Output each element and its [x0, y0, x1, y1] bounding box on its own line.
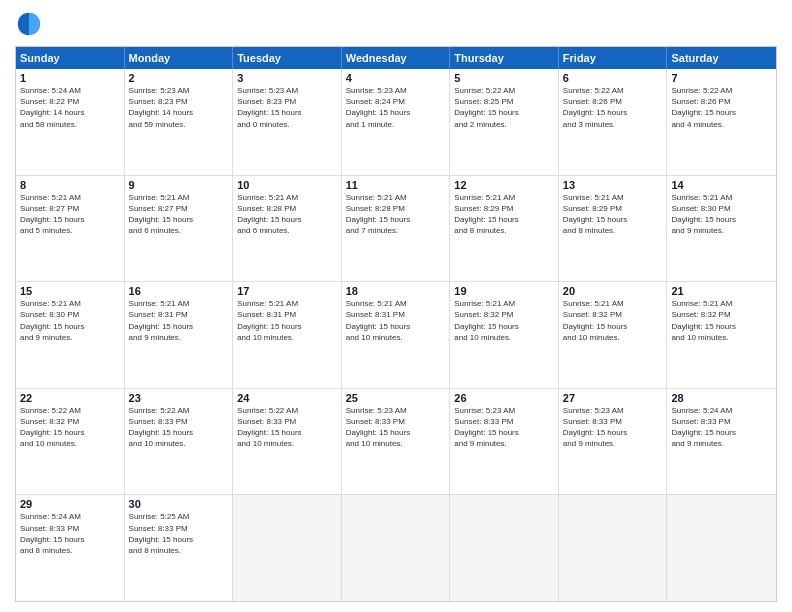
day-info: Sunrise: 5:23 AM Sunset: 8:33 PM Dayligh… — [563, 405, 663, 450]
day-info: Sunrise: 5:21 AM Sunset: 8:29 PM Dayligh… — [563, 192, 663, 237]
calendar-cell-8: 8Sunrise: 5:21 AM Sunset: 8:27 PM Daylig… — [16, 176, 125, 282]
day-number: 1 — [20, 72, 120, 84]
calendar-cell-18: 18Sunrise: 5:21 AM Sunset: 8:31 PM Dayli… — [342, 282, 451, 388]
page-header — [15, 10, 777, 38]
day-info: Sunrise: 5:21 AM Sunset: 8:31 PM Dayligh… — [129, 298, 229, 343]
calendar-cell-21: 21Sunrise: 5:21 AM Sunset: 8:32 PM Dayli… — [667, 282, 776, 388]
day-info: Sunrise: 5:23 AM Sunset: 8:23 PM Dayligh… — [129, 85, 229, 130]
day-info: Sunrise: 5:22 AM Sunset: 8:33 PM Dayligh… — [237, 405, 337, 450]
calendar-cell-5: 5Sunrise: 5:22 AM Sunset: 8:25 PM Daylig… — [450, 69, 559, 175]
day-number: 5 — [454, 72, 554, 84]
day-info: Sunrise: 5:24 AM Sunset: 8:22 PM Dayligh… — [20, 85, 120, 130]
calendar-cell-11: 11Sunrise: 5:21 AM Sunset: 8:28 PM Dayli… — [342, 176, 451, 282]
day-number: 19 — [454, 285, 554, 297]
day-info: Sunrise: 5:21 AM Sunset: 8:29 PM Dayligh… — [454, 192, 554, 237]
header-day-thursday: Thursday — [450, 47, 559, 69]
calendar-cell-24: 24Sunrise: 5:22 AM Sunset: 8:33 PM Dayli… — [233, 389, 342, 495]
day-info: Sunrise: 5:21 AM Sunset: 8:31 PM Dayligh… — [237, 298, 337, 343]
calendar-cell-4: 4Sunrise: 5:23 AM Sunset: 8:24 PM Daylig… — [342, 69, 451, 175]
calendar-header: SundayMondayTuesdayWednesdayThursdayFrid… — [16, 47, 776, 69]
header-day-monday: Monday — [125, 47, 234, 69]
day-number: 28 — [671, 392, 772, 404]
day-number: 3 — [237, 72, 337, 84]
day-info: Sunrise: 5:21 AM Sunset: 8:32 PM Dayligh… — [454, 298, 554, 343]
logo — [15, 10, 47, 38]
day-info: Sunrise: 5:23 AM Sunset: 8:33 PM Dayligh… — [346, 405, 446, 450]
calendar-cell-empty-6 — [667, 495, 776, 601]
calendar-cell-7: 7Sunrise: 5:22 AM Sunset: 8:26 PM Daylig… — [667, 69, 776, 175]
calendar-row-1: 8Sunrise: 5:21 AM Sunset: 8:27 PM Daylig… — [16, 176, 776, 283]
calendar-cell-20: 20Sunrise: 5:21 AM Sunset: 8:32 PM Dayli… — [559, 282, 668, 388]
day-number: 22 — [20, 392, 120, 404]
day-info: Sunrise: 5:21 AM Sunset: 8:27 PM Dayligh… — [20, 192, 120, 237]
day-number: 6 — [563, 72, 663, 84]
day-info: Sunrise: 5:23 AM Sunset: 8:33 PM Dayligh… — [454, 405, 554, 450]
header-day-saturday: Saturday — [667, 47, 776, 69]
day-number: 16 — [129, 285, 229, 297]
day-info: Sunrise: 5:21 AM Sunset: 8:28 PM Dayligh… — [346, 192, 446, 237]
day-number: 24 — [237, 392, 337, 404]
header-day-sunday: Sunday — [16, 47, 125, 69]
day-info: Sunrise: 5:22 AM Sunset: 8:33 PM Dayligh… — [129, 405, 229, 450]
day-info: Sunrise: 5:21 AM Sunset: 8:28 PM Dayligh… — [237, 192, 337, 237]
calendar-row-2: 15Sunrise: 5:21 AM Sunset: 8:30 PM Dayli… — [16, 282, 776, 389]
day-info: Sunrise: 5:23 AM Sunset: 8:24 PM Dayligh… — [346, 85, 446, 130]
calendar-cell-23: 23Sunrise: 5:22 AM Sunset: 8:33 PM Dayli… — [125, 389, 234, 495]
calendar-cell-30: 30Sunrise: 5:25 AM Sunset: 8:33 PM Dayli… — [125, 495, 234, 601]
calendar-cell-empty-3 — [342, 495, 451, 601]
calendar-row-3: 22Sunrise: 5:22 AM Sunset: 8:32 PM Dayli… — [16, 389, 776, 496]
day-number: 4 — [346, 72, 446, 84]
logo-icon — [15, 10, 43, 38]
day-info: Sunrise: 5:25 AM Sunset: 8:33 PM Dayligh… — [129, 511, 229, 556]
day-number: 30 — [129, 498, 229, 510]
calendar-cell-27: 27Sunrise: 5:23 AM Sunset: 8:33 PM Dayli… — [559, 389, 668, 495]
calendar-cell-empty-5 — [559, 495, 668, 601]
calendar-cell-28: 28Sunrise: 5:24 AM Sunset: 8:33 PM Dayli… — [667, 389, 776, 495]
day-info: Sunrise: 5:21 AM Sunset: 8:31 PM Dayligh… — [346, 298, 446, 343]
calendar-cell-6: 6Sunrise: 5:22 AM Sunset: 8:26 PM Daylig… — [559, 69, 668, 175]
day-number: 17 — [237, 285, 337, 297]
day-info: Sunrise: 5:21 AM Sunset: 8:32 PM Dayligh… — [563, 298, 663, 343]
day-number: 20 — [563, 285, 663, 297]
day-info: Sunrise: 5:21 AM Sunset: 8:30 PM Dayligh… — [671, 192, 772, 237]
day-number: 8 — [20, 179, 120, 191]
day-number: 7 — [671, 72, 772, 84]
calendar-cell-26: 26Sunrise: 5:23 AM Sunset: 8:33 PM Dayli… — [450, 389, 559, 495]
calendar-cell-15: 15Sunrise: 5:21 AM Sunset: 8:30 PM Dayli… — [16, 282, 125, 388]
calendar-cell-22: 22Sunrise: 5:22 AM Sunset: 8:32 PM Dayli… — [16, 389, 125, 495]
day-number: 10 — [237, 179, 337, 191]
day-number: 9 — [129, 179, 229, 191]
calendar-cell-14: 14Sunrise: 5:21 AM Sunset: 8:30 PM Dayli… — [667, 176, 776, 282]
calendar-cell-19: 19Sunrise: 5:21 AM Sunset: 8:32 PM Dayli… — [450, 282, 559, 388]
calendar-cell-29: 29Sunrise: 5:24 AM Sunset: 8:33 PM Dayli… — [16, 495, 125, 601]
day-number: 18 — [346, 285, 446, 297]
day-info: Sunrise: 5:22 AM Sunset: 8:25 PM Dayligh… — [454, 85, 554, 130]
day-number: 21 — [671, 285, 772, 297]
calendar-cell-16: 16Sunrise: 5:21 AM Sunset: 8:31 PM Dayli… — [125, 282, 234, 388]
day-info: Sunrise: 5:24 AM Sunset: 8:33 PM Dayligh… — [671, 405, 772, 450]
day-info: Sunrise: 5:21 AM Sunset: 8:27 PM Dayligh… — [129, 192, 229, 237]
header-day-friday: Friday — [559, 47, 668, 69]
day-number: 15 — [20, 285, 120, 297]
day-number: 14 — [671, 179, 772, 191]
calendar-cell-25: 25Sunrise: 5:23 AM Sunset: 8:33 PM Dayli… — [342, 389, 451, 495]
day-info: Sunrise: 5:22 AM Sunset: 8:26 PM Dayligh… — [671, 85, 772, 130]
day-number: 23 — [129, 392, 229, 404]
day-info: Sunrise: 5:21 AM Sunset: 8:30 PM Dayligh… — [20, 298, 120, 343]
calendar-cell-13: 13Sunrise: 5:21 AM Sunset: 8:29 PM Dayli… — [559, 176, 668, 282]
day-number: 29 — [20, 498, 120, 510]
calendar-cell-1: 1Sunrise: 5:24 AM Sunset: 8:22 PM Daylig… — [16, 69, 125, 175]
day-number: 26 — [454, 392, 554, 404]
calendar-cell-17: 17Sunrise: 5:21 AM Sunset: 8:31 PM Dayli… — [233, 282, 342, 388]
header-day-tuesday: Tuesday — [233, 47, 342, 69]
calendar-row-0: 1Sunrise: 5:24 AM Sunset: 8:22 PM Daylig… — [16, 69, 776, 176]
calendar-cell-9: 9Sunrise: 5:21 AM Sunset: 8:27 PM Daylig… — [125, 176, 234, 282]
calendar-page: SundayMondayTuesdayWednesdayThursdayFrid… — [0, 0, 792, 612]
day-number: 25 — [346, 392, 446, 404]
day-info: Sunrise: 5:24 AM Sunset: 8:33 PM Dayligh… — [20, 511, 120, 556]
calendar-cell-empty-4 — [450, 495, 559, 601]
header-day-wednesday: Wednesday — [342, 47, 451, 69]
day-number: 2 — [129, 72, 229, 84]
calendar-cell-empty-2 — [233, 495, 342, 601]
calendar-row-4: 29Sunrise: 5:24 AM Sunset: 8:33 PM Dayli… — [16, 495, 776, 601]
